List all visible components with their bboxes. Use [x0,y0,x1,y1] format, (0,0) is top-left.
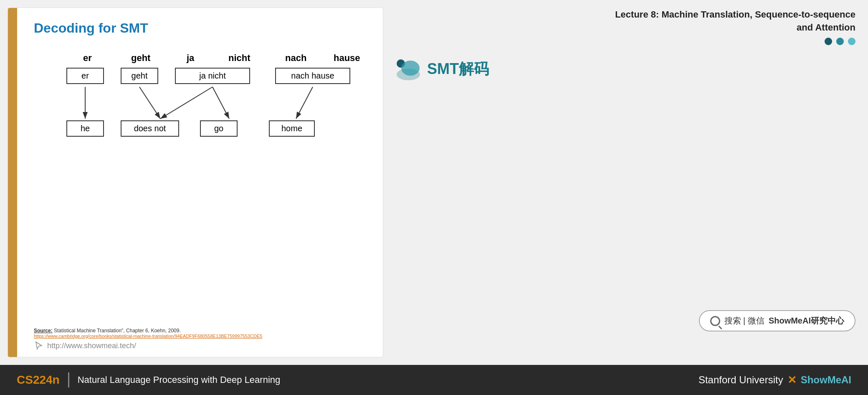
x-mark: ✕ [787,374,797,387]
search-icon [710,316,720,326]
lecture-header: Lecture 8: Machine Translation, Sequence… [396,8,855,45]
diagram-wrapper: er geht ja nicht nach hause er geht ja n… [37,53,363,161]
content-area: Decoding for SMT er geht ja nicht nach h… [0,0,868,365]
main-container: Decoding for SMT er geht ja nicht nach h… [0,0,868,395]
slide-panel: Decoding for SMT er geht ja nicht nach h… [8,8,383,357]
university-name: Stanford University [698,374,783,386]
slide-title: Decoding for SMT [34,20,366,36]
dot-light [848,38,855,45]
smt-label: SMT解码 [427,59,489,79]
trans-box-home: home [269,120,315,137]
course-name: Natural Language Processing with Deep Le… [78,375,281,385]
course-code: CS224n [17,373,60,387]
source-link[interactable]: https://www.cambridge.org/core/books/sta… [34,334,366,339]
svg-line-4 [213,87,229,119]
showmeai-brand: ShowMeAI研究中心 [769,315,844,326]
svg-line-3 [160,87,213,119]
svg-point-8 [401,61,420,76]
search-box[interactable]: 搜索 | 微信 ShowMeAI研究中心 [699,310,855,331]
slide-accent-bar [8,8,17,357]
svg-line-2 [139,87,160,119]
bottom-divider [68,372,69,387]
url-text: http://www.showmeai.tech/ [47,341,136,350]
dot-dark [825,38,832,45]
lecture-title: Lecture 8: Machine Translation, Sequence… [396,8,855,34]
trans-box-he: he [66,120,104,137]
source-citation: Statistical Machine Translation", Chapte… [54,328,181,334]
smt-icon [396,58,421,81]
trans-box-go: go [200,120,238,137]
dot-row [396,38,855,45]
source-label: Source: [34,328,53,334]
showmeai-label: ShowMeAI [801,374,851,386]
source-text: Source: Statistical Machine Translation"… [34,328,366,334]
svg-line-5 [296,87,313,119]
cursor-icon [34,341,44,351]
trans-box-does-not: does not [121,120,179,137]
arrows-svg [37,53,363,161]
lecture-title-text: Lecture 8: Machine Translation, Sequence… [615,9,855,33]
slide-footer: Source: Statistical Machine Translation"… [17,324,383,357]
bottom-left: CS224n Natural Language Processing with … [17,372,280,387]
slide-url: http://www.showmeai.tech/ [34,341,366,351]
search-text: 搜索 | 微信 [724,315,764,326]
bottom-right: Stanford University ✕ ShowMeAI [698,374,851,387]
smt-logo-area: SMT解码 [396,58,855,81]
bottom-bar: CS224n Natural Language Processing with … [0,365,868,395]
slide-content: Decoding for SMT er geht ja nicht nach h… [17,8,383,324]
right-panel: Lecture 8: Machine Translation, Sequence… [383,0,868,365]
dot-med [836,38,844,45]
